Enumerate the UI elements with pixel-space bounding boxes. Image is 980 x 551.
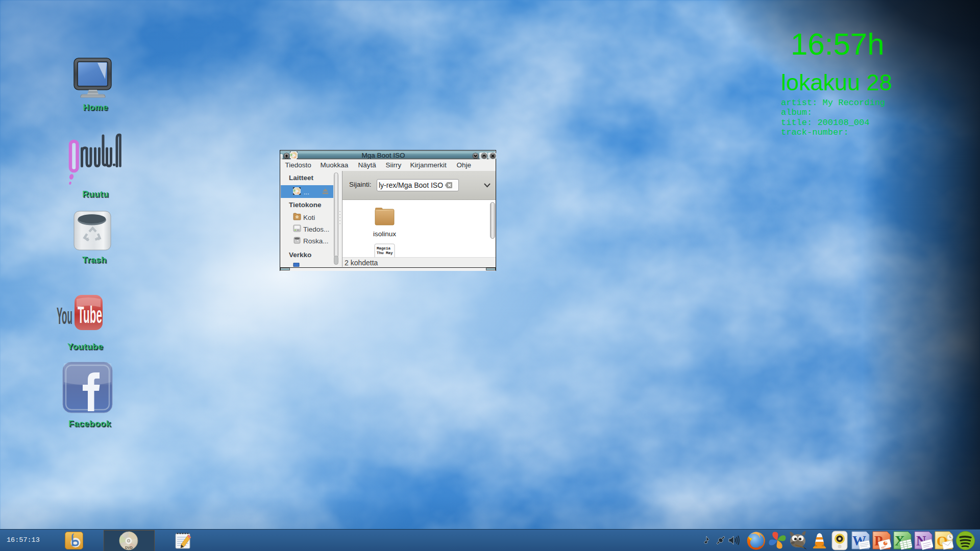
svg-text:You: You [57,303,72,329]
svg-text:Thu May: Thu May [377,251,393,255]
svg-text:Mageia: Mageia [377,246,391,251]
svg-text:Tube: Tube [78,302,102,329]
svg-text:DVD: DVD [125,546,133,549]
